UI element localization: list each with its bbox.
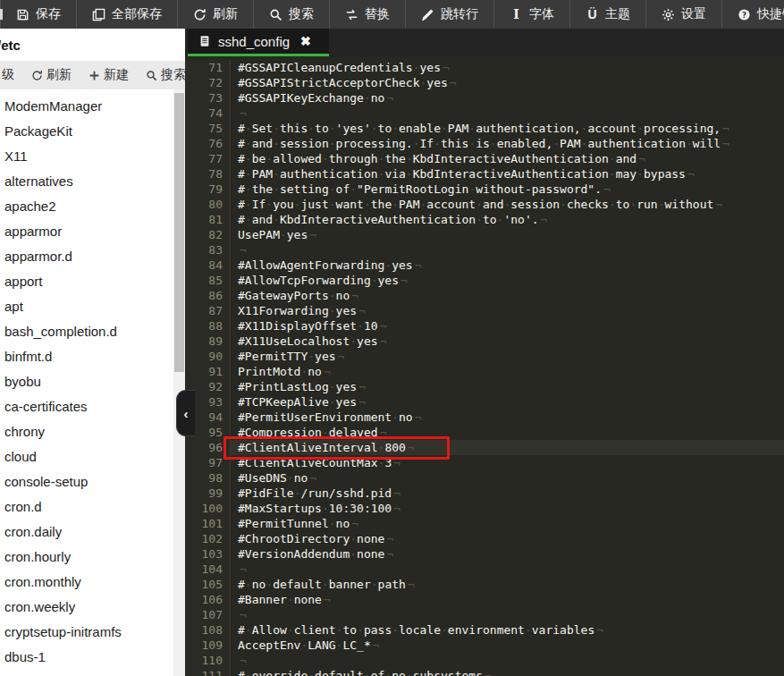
toolbar-button-refresh[interactable]: 刷新 <box>178 0 254 29</box>
line-number: 89 <box>185 334 231 349</box>
toolbar-button-theme[interactable]: Ü主题 <box>570 0 646 29</box>
file-item-apparmor.d[interactable]: apparmor.d <box>0 243 185 268</box>
file-item-cron.monthly[interactable]: cron.monthly <box>0 569 185 594</box>
line-number: 85 <box>185 273 231 288</box>
line-number: 87 <box>185 303 231 318</box>
code-text: #PermitTTY·yes¬ <box>231 349 784 364</box>
file-item-X11[interactable]: X11 <box>0 143 185 168</box>
sidebar-action-refresh[interactable]: 刷新 <box>31 67 72 83</box>
code-text: #Compression·delayed¬ <box>231 425 784 440</box>
file-item-binfmt.d[interactable]: binfmt.d <box>0 343 185 368</box>
toolbar-button-save-all[interactable]: 全部保存 <box>77 0 178 29</box>
file-item-cloud[interactable]: cloud <box>0 444 185 469</box>
line-number: 110 <box>185 653 231 668</box>
sidebar-action-label: 刷新 <box>46 67 72 83</box>
code-text: #AllowTcpForwarding·yes¬ <box>231 273 784 288</box>
toolbar-button-label: 替换 <box>365 6 390 22</box>
toolbar-button-settings[interactable]: 设置 <box>646 0 722 29</box>
toolbar-button-goto-line[interactable]: 跳转行 <box>406 0 494 29</box>
line-number: 72 <box>185 75 231 90</box>
code-line-78: 78#·PAM·authentication·via·KbdInteractiv… <box>185 166 784 182</box>
file-item-apparmor[interactable]: apparmor <box>0 218 185 243</box>
code-line-109: 109AcceptEnv·LANG·LC_*¬ <box>185 638 784 653</box>
code-line-106: 106#Banner·none¬ <box>185 592 784 607</box>
file-item-apport[interactable]: apport <box>0 268 185 293</box>
file-item-console-setup[interactable]: console-setup <box>0 469 185 494</box>
toolbar-button-label: 跳转行 <box>441 6 478 22</box>
code-text: ¬ <box>231 607 784 622</box>
toolbar-button-shortcuts[interactable]: ?快捷键 <box>722 0 784 29</box>
code-line-74: 74¬ <box>185 106 784 121</box>
file-item-alternatives[interactable]: alternatives <box>0 168 185 193</box>
sidebar-action-new-file[interactable]: 新建 <box>89 67 129 83</box>
code-text: #·and·KbdInteractiveAuthentication·to·'n… <box>231 212 784 227</box>
sidebar-action-parent-dir[interactable]: 级 <box>2 67 14 83</box>
code-line-96: 96#ClientAliveInterval·800¬ <box>185 440 784 455</box>
code-line-108: 108#·Allow·client·to·pass·locale·environ… <box>185 622 784 638</box>
code-text: #GSSAPIKeyExchange·no¬ <box>231 90 784 106</box>
file-item-byobu[interactable]: byobu <box>0 368 185 393</box>
code-text: #ClientAliveCountMax·3¬ <box>231 455 784 470</box>
code-line-95: 95#Compression·delayed¬ <box>185 425 784 440</box>
toolbar-button-label: 字体 <box>529 6 554 22</box>
sidebar-action-label: 级 <box>2 67 14 83</box>
code-line-80: 80#·If·you·just·want·the·PAM·account·and… <box>185 197 784 212</box>
toolbar-button-font[interactable]: I字体 <box>494 0 570 29</box>
code-text: #UseDNS·no¬ <box>231 470 784 486</box>
file-item-cron.daily[interactable]: cron.daily <box>0 519 185 544</box>
code-text: #·Allow·client·to·pass·locale·environmen… <box>231 622 784 638</box>
chevron-left-icon: ‹ <box>184 406 189 421</box>
refresh-icon <box>193 8 207 21</box>
document-icon <box>198 35 211 47</box>
sidebar-action-search[interactable]: 搜索 <box>146 67 185 83</box>
code-text: #·and·session·processing.·If·this·is·ena… <box>231 136 784 151</box>
line-number: 76 <box>185 136 231 151</box>
sidebar-collapse-handle[interactable]: ‹ <box>176 390 195 436</box>
file-item-ca-certificates[interactable]: ca-certificates <box>0 393 185 418</box>
code-text: #GatewayPorts·no¬ <box>231 288 784 303</box>
clipped-toolbar-item <box>0 0 1 29</box>
toolbar-button-replace[interactable]: 替换 <box>330 0 406 29</box>
code-text: #·PAM·authentication·via·KbdInteractiveA… <box>231 166 784 182</box>
file-item-apache2[interactable]: apache2 <box>0 193 185 218</box>
code-line-104: 104¬ <box>185 562 784 577</box>
toolbar-button-save[interactable]: 保存 <box>1 0 77 29</box>
code-line-81: 81#·and·KbdInteractiveAuthentication·to·… <box>185 212 784 227</box>
sidebar-action-label: 新建 <box>104 67 129 83</box>
code-line-111: 111#·override·default·of·no·subsystems¬ <box>185 668 784 676</box>
code-text: #·Set·this·to·'yes'·to·enable·PAM·authen… <box>231 121 784 136</box>
sidebar-scrollbar-thumb[interactable] <box>174 93 184 372</box>
sidebar-scrollbar-track[interactable] <box>173 89 185 676</box>
code-line-93: 93#TCPKeepAlive·yes¬ <box>185 394 784 410</box>
code-line-72: 72#GSSAPIStrictAcceptorCheck·yes¬ <box>185 75 784 90</box>
file-item-apt[interactable]: apt <box>0 293 185 318</box>
file-item-bash_completion.d[interactable]: bash_completion.d <box>0 318 185 343</box>
file-item-ModemManager[interactable]: ModemManager <box>0 93 185 118</box>
file-item-cryptsetup-initramfs[interactable]: cryptsetup-initramfs <box>0 619 185 644</box>
code-editor[interactable]: 71#GSSAPICleanupCredentials·yes¬72#GSSAP… <box>185 56 784 676</box>
toolbar-button-label: 快捷键 <box>757 6 784 22</box>
file-item-cron.hourly[interactable]: cron.hourly <box>0 544 185 569</box>
code-text: #TCPKeepAlive·yes¬ <box>231 394 784 410</box>
code-line-91: 91PrintMotd·no¬ <box>185 364 784 379</box>
tab-sshd-config[interactable]: sshd_config ✖ <box>188 29 329 56</box>
toolbar-button-search[interactable]: 搜索 <box>254 0 330 29</box>
line-number: 88 <box>185 318 231 334</box>
code-text: #·be·allowed·through·the·KbdInteractiveA… <box>231 151 784 166</box>
code-text: ¬ <box>231 242 784 258</box>
file-item-cron.d[interactable]: cron.d <box>0 494 185 519</box>
code-line-103: 103#VersionAddendum·none¬ <box>185 546 784 562</box>
current-path-label: /etc <box>0 38 21 53</box>
code-line-87: 87X11Forwarding·yes¬ <box>185 303 784 318</box>
file-item-PackageKit[interactable]: PackageKit <box>0 118 185 143</box>
file-item-dbus-1[interactable]: dbus-1 <box>0 644 185 669</box>
code-line-84: 84#AllowAgentForwarding·yes¬ <box>185 258 784 273</box>
code-text: #ClientAliveInterval·800¬ <box>231 440 784 455</box>
file-list: ModemManagerPackageKitX11alternativesapa… <box>0 89 185 669</box>
line-number: 100 <box>185 501 231 516</box>
file-item-chrony[interactable]: chrony <box>0 418 185 444</box>
file-item-cron.weekly[interactable]: cron.weekly <box>0 594 185 619</box>
close-icon[interactable]: ✖ <box>300 34 311 48</box>
toolbar-button-label: 刷新 <box>213 6 238 22</box>
code-line-102: 102#ChrootDirectory·none¬ <box>185 531 784 546</box>
